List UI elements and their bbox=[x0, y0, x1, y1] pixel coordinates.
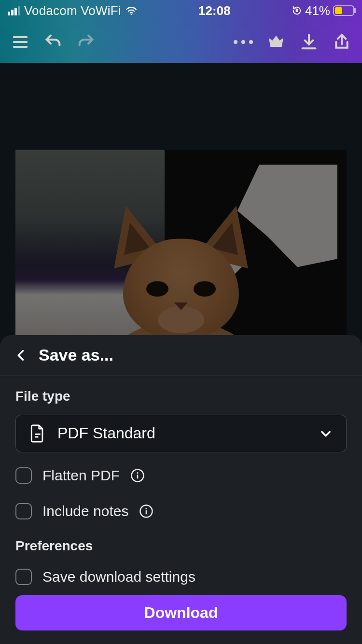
menu-icon[interactable] bbox=[10, 31, 31, 53]
svg-point-0 bbox=[130, 14, 132, 15]
save-settings-row: Save download settings bbox=[15, 564, 347, 589]
share-icon[interactable] bbox=[331, 31, 352, 53]
flatten-pdf-checkbox[interactable] bbox=[15, 467, 32, 484]
info-icon[interactable] bbox=[139, 504, 153, 518]
redo-icon[interactable] bbox=[75, 31, 97, 53]
sheet-header: Save as... bbox=[0, 335, 362, 376]
rotation-lock-icon bbox=[292, 5, 302, 16]
file-type-label: File type bbox=[15, 389, 347, 404]
flatten-pdf-label: Flatten PDF bbox=[42, 467, 120, 484]
svg-point-9 bbox=[137, 472, 139, 474]
include-notes-label: Include notes bbox=[42, 503, 128, 519]
download-icon[interactable] bbox=[298, 31, 320, 53]
cellular-signal-icon bbox=[8, 6, 20, 15]
editor-canvas[interactable] bbox=[0, 63, 362, 336]
sheet-title: Save as... bbox=[39, 346, 113, 364]
crown-icon[interactable] bbox=[265, 31, 287, 53]
info-icon[interactable] bbox=[130, 468, 145, 483]
flatten-pdf-row: Flatten PDF bbox=[15, 463, 347, 488]
undo-icon[interactable] bbox=[42, 31, 64, 53]
battery-icon bbox=[333, 5, 354, 16]
clock: 12:08 bbox=[138, 3, 292, 18]
include-notes-row: Include notes bbox=[15, 499, 347, 524]
design-preview bbox=[15, 150, 347, 336]
save-settings-label: Save download settings bbox=[42, 569, 195, 585]
preferences-label: Preferences bbox=[15, 538, 347, 554]
status-bar: Vodacom VoWiFi 12:08 41% bbox=[0, 0, 362, 21]
save-settings-checkbox[interactable] bbox=[15, 569, 32, 585]
wifi-icon bbox=[125, 4, 138, 17]
more-icon[interactable] bbox=[233, 31, 254, 53]
chevron-down-icon bbox=[319, 427, 333, 440]
app-toolbar bbox=[0, 21, 362, 63]
include-notes-checkbox[interactable] bbox=[15, 503, 32, 519]
file-type-value: PDF Standard bbox=[57, 424, 307, 442]
download-button[interactable]: Download bbox=[15, 595, 347, 630]
battery-percent: 41% bbox=[305, 3, 330, 18]
carrier-label: Vodacom VoWiFi bbox=[24, 3, 121, 18]
save-as-sheet: Save as... File type PDF Standard bbox=[0, 335, 362, 644]
back-button[interactable] bbox=[14, 349, 28, 362]
file-type-select[interactable]: PDF Standard bbox=[15, 415, 347, 452]
svg-point-12 bbox=[146, 508, 147, 509]
document-icon bbox=[29, 424, 46, 443]
